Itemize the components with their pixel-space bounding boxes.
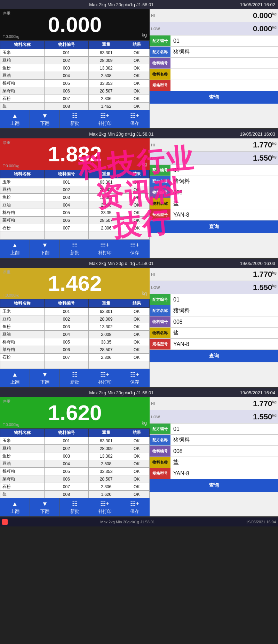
- btn-上翻[interactable]: ▲上翻: [0, 240, 30, 258]
- button-bar: ▲上翻▼下翻☷新批☷+补打印☷+保存: [0, 498, 150, 516]
- main-content: 净重1.462kgT:0.000kg物料名称物料编号重量结果玉米00163.30…: [0, 268, 278, 387]
- info-key: 配方名称: [150, 305, 170, 316]
- table-cell: 玉米: [0, 49, 45, 57]
- table-row: 棉籽粕00533.35OK: [0, 338, 150, 346]
- query-button[interactable]: 查询: [150, 220, 278, 233]
- btn-保存[interactable]: ☷+保存: [120, 369, 150, 387]
- btn-补打印[interactable]: ☷+补打印: [90, 498, 120, 516]
- btn-保存[interactable]: ☷+保存: [120, 110, 150, 128]
- table-cell: OK: [124, 224, 149, 232]
- query-button[interactable]: 查询: [150, 479, 278, 492]
- table-row: 石粉0072.306OK: [0, 95, 150, 103]
- info-value: 01: [170, 35, 278, 46]
- btn-下翻[interactable]: ▼下翻: [30, 110, 60, 128]
- table-row: 菜籽粕00628.507OK: [0, 346, 150, 354]
- low-value: 1.550kg: [162, 283, 278, 292]
- btn-新批[interactable]: ☷新批: [60, 240, 90, 258]
- btn-icon: ☷+: [130, 371, 140, 378]
- table-cell: OK: [124, 186, 149, 194]
- table-cell: 002: [44, 186, 88, 194]
- info-key: 规格型号: [150, 209, 170, 220]
- btn-label: 补打印: [98, 379, 112, 385]
- table-cell: 28.009: [88, 445, 124, 452]
- table-row: [0, 361, 150, 369]
- table-cell: OK: [124, 57, 149, 64]
- query-button[interactable]: 查询: [150, 350, 278, 362]
- table-row: [0, 232, 150, 240]
- btn-补打印[interactable]: ☷+补打印: [90, 240, 120, 258]
- table-cell: 鱼粉: [0, 64, 45, 72]
- top-bar: Max 2kg Min 20g d=1g J1.58.0119/05/2021 …: [0, 129, 278, 138]
- btn-新批[interactable]: ☷新批: [60, 498, 90, 516]
- table-row: 菜籽粕00628.507OK: [0, 475, 150, 483]
- weight-display-area: 净重0.000kgT:0.000kg: [0, 9, 150, 40]
- btn-补打印[interactable]: ☷+补打印: [90, 369, 120, 387]
- btn-icon: ☷+: [130, 241, 140, 249]
- table-cell: 005: [44, 338, 88, 346]
- btn-icon: ☷+: [100, 500, 110, 508]
- info-row: 配方名称猪饲料: [150, 176, 278, 187]
- hi-row: HI 1.770kg: [150, 397, 278, 410]
- table-header: 物料编号: [44, 170, 88, 178]
- table-cell: 2.508: [88, 72, 124, 80]
- material-table: 物料名称物料编号重量结果玉米00163.301OK豆粕00228.009OK鱼粉…: [0, 170, 150, 240]
- table-cell: 豆油: [0, 460, 45, 468]
- table-cell: 003: [44, 323, 88, 331]
- info-row: 配方编号01: [150, 424, 278, 435]
- btn-补打印[interactable]: ☷+补打印: [90, 110, 120, 128]
- weight-label: 净重: [3, 269, 10, 275]
- table-cell: 玉米: [0, 178, 45, 186]
- btn-新批[interactable]: ☷新批: [60, 110, 90, 128]
- btn-icon: ☷: [72, 241, 78, 249]
- table-header: 结果: [124, 170, 149, 178]
- btn-上翻[interactable]: ▲上翻: [0, 110, 30, 128]
- topbar-center: Max 2kg Min 20g d=1g J1.58.01: [89, 261, 153, 266]
- btn-下翻[interactable]: ▼下翻: [30, 369, 60, 387]
- table-row: 豆粕00228.009OK: [0, 57, 150, 64]
- btn-下翻[interactable]: ▼下翻: [30, 240, 60, 258]
- table-cell: 棉籽粕: [0, 80, 45, 87]
- btn-上翻[interactable]: ▲上翻: [0, 369, 30, 387]
- table-cell: 001: [44, 308, 88, 315]
- info-value: [170, 58, 278, 69]
- table-header: 物料编号: [44, 429, 88, 437]
- table-cell: OK: [124, 437, 149, 445]
- low-row: LOW 1.550kg: [150, 410, 278, 424]
- weight-unit: kg: [142, 291, 147, 296]
- table-cell: [0, 232, 45, 240]
- table-cell: 33.35: [88, 338, 124, 346]
- btn-下翻[interactable]: ▼下翻: [30, 498, 60, 516]
- right-side: HI 1.770kg LOW 1.550kg 配方编号01配方名称猪饲料物料编号…: [150, 397, 278, 516]
- table-cell: 菜籽粕: [0, 87, 45, 95]
- btn-icon: ▼: [42, 371, 48, 378]
- btn-icon: ▼: [42, 242, 48, 249]
- table-cell: OK: [124, 475, 149, 483]
- info-rows: 配方编号01配方名称猪饲料物料编号物料名称规格型号查询: [150, 35, 278, 128]
- info-value: 猪饲料: [170, 47, 278, 57]
- weight-unit: kg: [142, 161, 147, 167]
- low-row: LOW 0.000kg: [150, 22, 278, 35]
- main-content: 净重1.882kgT:0.000kg物料名称物料编号重量结果玉米00163.30…: [0, 138, 278, 258]
- info-key: 规格型号: [150, 468, 170, 479]
- table-cell: 1.620: [88, 491, 124, 498]
- table-cell: 2.306: [88, 224, 124, 232]
- table-row: 菜籽粕00628.507OK: [0, 87, 150, 95]
- table-cell: OK: [124, 80, 149, 87]
- info-value: YAN-8: [170, 209, 278, 220]
- info-value: [170, 80, 278, 91]
- btn-保存[interactable]: ☷+保存: [120, 240, 150, 258]
- btn-保存[interactable]: ☷+保存: [120, 498, 150, 516]
- table-header: 物料编号: [44, 41, 88, 49]
- table-cell: 28.507: [88, 346, 124, 354]
- btn-新批[interactable]: ☷新批: [60, 369, 90, 387]
- btn-上翻[interactable]: ▲上翻: [0, 498, 30, 516]
- query-button[interactable]: 查询: [150, 91, 278, 104]
- hi-label: HI: [150, 14, 162, 18]
- table-cell: 2.306: [88, 483, 124, 491]
- weight-label: 净重: [3, 140, 10, 145]
- table-cell: 棉籽粕: [0, 338, 45, 346]
- weight-unit: kg: [142, 32, 147, 38]
- low-label: LOW: [150, 156, 162, 160]
- info-row: 配方名称猪饲料: [150, 305, 278, 316]
- status-right: 19/05/2021 16:04: [246, 520, 276, 524]
